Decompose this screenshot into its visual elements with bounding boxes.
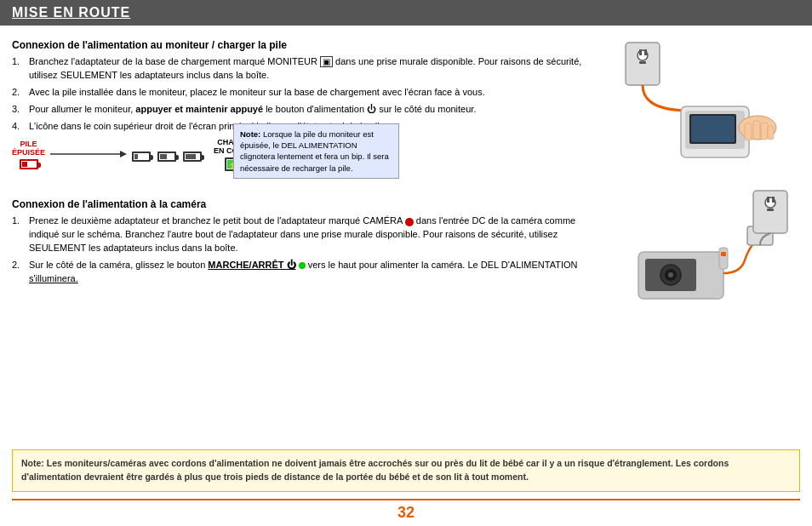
device-image-top bbox=[621, 34, 792, 170]
battery-steps bbox=[132, 149, 202, 162]
content-left: Connexion de l'alimentation au moniteur … bbox=[12, 34, 613, 443]
page-title: MISE EN ROUTE bbox=[12, 5, 130, 20]
svg-rect-31 bbox=[721, 252, 726, 256]
svg-rect-5 bbox=[644, 49, 647, 55]
section2-heading: Connexion de l'alimentation à la caméra bbox=[12, 198, 604, 210]
svg-rect-27 bbox=[772, 197, 775, 203]
note-text: Lorsque la pile du moniteur est épuisée,… bbox=[240, 129, 389, 173]
svg-rect-30 bbox=[719, 248, 728, 269]
list-item: 2. Avec la pile installée dans le monite… bbox=[12, 86, 604, 100]
svg-rect-14 bbox=[761, 123, 768, 140]
section2-list: 1. Prenez le deuxième adaptateur et bran… bbox=[12, 214, 604, 286]
svg-rect-12 bbox=[745, 123, 752, 140]
svg-rect-15 bbox=[768, 126, 774, 140]
note-label: Note: bbox=[240, 129, 260, 139]
bottom-note-text: Les moniteurs/caméras avec cordons d'ali… bbox=[21, 458, 729, 482]
list-item: 3. Pour allumer le moniteur, appuyer et … bbox=[12, 103, 604, 117]
section1-list: 1. Branchez l'adaptateur de la base de c… bbox=[12, 55, 604, 134]
battery-diagram: PILE ÉPUISÉE bbox=[12, 139, 604, 172]
bat-three bbox=[183, 149, 202, 162]
bat-half bbox=[157, 149, 176, 162]
device-image-bottom bbox=[621, 175, 792, 312]
list-item: 1. Prenez le deuxième adaptateur et bran… bbox=[12, 214, 604, 255]
main-content: Connexion de l'alimentation au moniteur … bbox=[0, 26, 812, 443]
svg-rect-26 bbox=[767, 197, 769, 203]
page-number: 32 bbox=[12, 499, 800, 525]
arrow-svg bbox=[50, 148, 127, 160]
bottom-note-label: Note: bbox=[21, 458, 44, 468]
list-item: 2. Sur le côté de la caméra, glissez le … bbox=[12, 259, 604, 286]
bat-quarter bbox=[132, 149, 151, 162]
svg-rect-4 bbox=[639, 49, 642, 55]
pile-epuisee-label: PILE ÉPUISÉE bbox=[12, 140, 45, 170]
note-box: Note: Lorsque la pile du moniteur est ép… bbox=[233, 123, 399, 179]
section1-heading: Connexion de l'alimentation au moniteur … bbox=[12, 39, 604, 51]
svg-rect-6 bbox=[639, 61, 646, 64]
bottom-note: Note: Les moniteurs/caméras avec cordons… bbox=[12, 449, 800, 492]
svg-rect-13 bbox=[753, 121, 760, 140]
battery-empty-icon bbox=[20, 159, 38, 169]
svg-rect-10 bbox=[691, 116, 735, 142]
camera-setup-svg bbox=[621, 175, 792, 312]
svg-rect-28 bbox=[767, 209, 774, 211]
monitor-charger-svg bbox=[621, 34, 792, 170]
page-header: MISE EN ROUTE bbox=[0, 0, 812, 26]
battery-arrow bbox=[50, 148, 127, 160]
svg-marker-1 bbox=[120, 151, 127, 157]
content-right bbox=[613, 34, 800, 443]
list-item: 1. Branchez l'adaptateur de la base de c… bbox=[12, 55, 604, 83]
svg-point-20 bbox=[668, 272, 673, 277]
